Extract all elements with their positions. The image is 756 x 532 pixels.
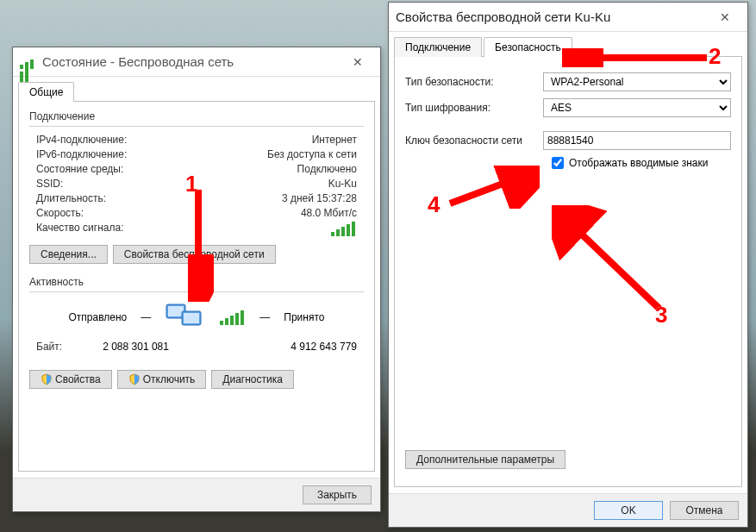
duration-label: Длительность:: [36, 192, 106, 204]
annotation-2: 2: [709, 43, 721, 70]
encryption-type-label: Тип шифрования:: [405, 102, 534, 114]
bytes-recv: 4 912 643 779: [209, 341, 357, 353]
cancel-button[interactable]: Отмена: [670, 501, 739, 520]
ipv4-value: Интернет: [312, 134, 357, 146]
network-key-input[interactable]: [543, 131, 731, 150]
encryption-type-select[interactable]: AES: [543, 98, 731, 117]
security-type-select[interactable]: WPA2-Personal: [543, 72, 731, 91]
shield-icon: [41, 373, 53, 385]
recv-label: Принято: [284, 311, 324, 323]
close-button-status[interactable]: ✕: [342, 52, 373, 72]
speed-label: Скорость:: [36, 207, 84, 219]
bytes-sent: 2 088 301 081: [62, 341, 209, 353]
annotation-3: 3: [655, 302, 667, 329]
ok-button[interactable]: OK: [594, 501, 663, 520]
tab-general[interactable]: Общие: [18, 82, 74, 102]
titlebar-wprops: Свойства беспроводной сети Ku-Ku ✕: [389, 3, 747, 32]
annotation-4: 4: [428, 191, 440, 218]
advanced-settings-button[interactable]: Дополнительные параметры: [405, 450, 565, 469]
media-value: Подключено: [297, 163, 357, 175]
annotation-arrow-2: [562, 48, 713, 67]
disable-button[interactable]: Отключить: [117, 370, 207, 389]
signal-icon-small: [220, 310, 246, 325]
tabstrip-status: Общие: [13, 77, 380, 102]
quality-bars-icon: [331, 222, 357, 236]
title-status: Состояние - Беспроводная сеть: [42, 54, 342, 69]
svg-line-6: [450, 172, 533, 203]
svg-rect-1: [168, 306, 184, 316]
svg-line-7: [559, 212, 659, 309]
show-characters-label: Отображать вводимые знаки: [569, 157, 708, 169]
diagnostics-button[interactable]: Диагностика: [211, 370, 294, 389]
title-wprops: Свойства беспроводной сети Ku-Ku: [396, 9, 709, 24]
details-button[interactable]: Сведения...: [29, 245, 108, 264]
titlebar-status: Состояние - Беспроводная сеть ✕: [13, 47, 380, 77]
network-key-label: Ключ безопасности сети: [405, 135, 534, 147]
signal-icon: [20, 54, 35, 70]
section-connection-label: Подключение: [29, 110, 364, 122]
ssid-value: Ku-Ku: [328, 178, 357, 190]
annotation-arrow-4: [445, 166, 540, 209]
speed-value: 48.0 Мбит/с: [301, 207, 357, 219]
tab-security[interactable]: Безопасность: [484, 37, 572, 57]
computers-icon: [165, 299, 208, 335]
ipv6-label: IPv6-подключение:: [36, 148, 127, 160]
duration-value: 3 дней 15:37:28: [282, 192, 357, 204]
close-button[interactable]: Закрыть: [303, 485, 372, 504]
svg-rect-3: [184, 313, 199, 323]
properties-button[interactable]: Свойства: [29, 370, 112, 389]
ipv4-label: IPv4-подключение:: [36, 134, 127, 146]
quality-label: Качество сигнала:: [36, 222, 123, 236]
annotation-1: 1: [185, 171, 197, 197]
ssid-label: SSID:: [36, 178, 63, 190]
tab-connection[interactable]: Подключение: [394, 37, 482, 57]
close-button-wprops[interactable]: ✕: [709, 7, 740, 28]
media-label: Состояние среды:: [36, 163, 123, 175]
ipv6-value: Без доступа к сети: [267, 148, 357, 160]
shield-icon: [128, 373, 141, 385]
sent-label: Отправлено: [69, 311, 128, 323]
show-characters-checkbox[interactable]: [552, 157, 564, 169]
security-type-label: Тип безопасности:: [405, 76, 534, 88]
annotation-arrow-1: [188, 190, 214, 302]
bytes-label: Байт:: [36, 341, 62, 353]
annotation-arrow-3: [552, 205, 672, 317]
